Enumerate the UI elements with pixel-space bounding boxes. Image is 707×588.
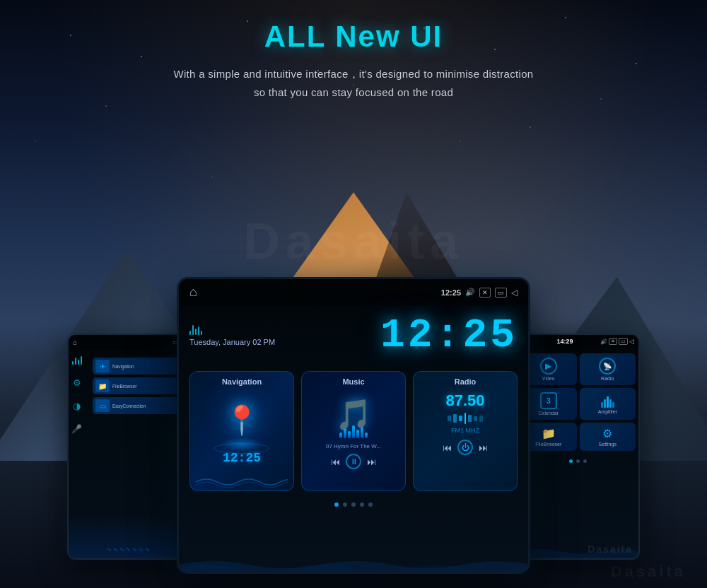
brightness-icon[interactable]: ◑ [73,401,81,411]
easyconnect-label: EasyConnection [112,404,146,408]
window-icon[interactable]: ▭ [495,288,507,298]
music-tile-header: Music [302,372,405,389]
music-controls: ⏮ ⏸ ⏭ [331,454,376,469]
filebrowser-label: FileBrowser [535,442,561,447]
radio-frequency: 87.50 [445,392,484,410]
radio-controls: ⏮ ⏻ ⏭ [443,440,488,455]
center-time-display: 12:25 [441,288,461,297]
dot-1[interactable] [334,502,339,507]
amplifier-grid-item[interactable]: Amplifier [580,388,636,420]
center-status-bar: ⌂ 12:25 🔊 ✕ ▭ ◁ [179,279,528,305]
dot-5[interactable] [368,502,373,507]
dot-3[interactable] [351,502,356,507]
radio-label: Radio [601,376,614,381]
left-status-bar: ⌂ ▭ ✦ [69,335,189,350]
radio-tile-content: 87.50 FM1 MHZ [414,389,517,461]
prev-button[interactable]: ⏮ [331,457,340,467]
page-title: ALL New UI [0,20,707,54]
filebrowser-menu-item[interactable]: 📁 FileBrowser [93,377,187,394]
device-right: 📡 14:29 🔊 ✕ ▭ ◁ ▶ Video [516,334,640,560]
easyconnect-icon-box: ▭ [95,399,110,412]
music-tile[interactable]: Music 🎵 [301,371,406,491]
back-icon[interactable]: ◁ [511,288,518,298]
nav-tile-header: Navigation [190,372,293,389]
video-label: Video [542,376,555,381]
right-app-grid: ▶ Video 📡 Radio 3 Calendar [518,351,638,454]
settings-grid-item[interactable]: ⚙ Settings [580,423,636,451]
datetime-bar: Tuesday, January 02 PM 12:25 [179,305,528,365]
next-button[interactable]: ⏭ [367,457,376,467]
nav-tile-content: 📍 12:25 [190,389,293,471]
navigation-tile[interactable]: Navigation 📍 12:25 [189,371,294,491]
right-screen: 📡 14:29 🔊 ✕ ▭ ◁ ▶ Video [518,335,638,558]
devices-container: ⌂ ▭ ✦ ⚙ [35,235,672,574]
mic-icon[interactable]: 🎤 [71,424,82,434]
device-center: ⌂ 12:25 🔊 ✕ ▭ ◁ [177,277,530,574]
amplifier-label: Amplifier [598,409,617,414]
center-status-icons: 12:25 🔊 ✕ ▭ ◁ [441,288,518,298]
nav-label: Navigation [112,364,134,369]
right-dot-1[interactable] [569,459,573,463]
radio-prev[interactable]: ⏮ [443,442,452,453]
right-status-bar: 📡 14:29 🔊 ✕ ▭ ◁ [518,335,638,348]
close-icon[interactable]: ✕ [479,288,491,298]
filebrowser-label: FileBrowser [112,384,136,389]
dot-2[interactable] [343,502,347,507]
radio-power[interactable]: ⏻ [457,440,473,455]
radio-grid-item[interactable]: 📡 Radio [580,353,636,385]
volume-icon[interactable]: 🔊 [465,288,475,297]
radio-tile-header: Radio [414,372,517,389]
device-left: ⌂ ▭ ✦ ⚙ [67,334,191,560]
dot-4[interactable] [360,502,364,507]
center-screen: ⌂ 12:25 🔊 ✕ ▭ ◁ [179,279,528,572]
music-tile-content: 🎵 0 [302,389,405,475]
date-display: Tuesday, January 02 PM [189,338,275,346]
radio-tile[interactable]: Radio 87.50 [413,371,518,491]
settings-label: Settings [599,442,617,447]
equalizer-icon [72,356,82,365]
app-tiles: Navigation 📍 12:25 [179,365,528,497]
right-dot-2[interactable] [576,459,580,463]
radio-unit: FM1 MHZ [451,427,479,434]
header-section: ALL New UI With a simple and intuitive i… [0,20,707,101]
nav-menu-item[interactable]: ✈ Navigation [93,358,187,375]
right-time: 14:29 [556,338,573,345]
radio-next[interactable]: ⏭ [479,442,488,453]
play-pause-button[interactable]: ⏸ [346,454,361,469]
page-indicators [179,502,528,507]
left-screen: ⌂ ▭ ✦ ⚙ [69,335,189,558]
settings-icon-left[interactable]: ⚙ [73,377,81,388]
center-home-icon[interactable]: ⌂ [189,285,197,300]
easyconnect-menu-item[interactable]: ▭ EasyConnection [93,397,187,414]
left-side-icons: ⚙ ◑ 🎤 [71,356,82,434]
track-name: 07 Hymn For The W... [326,443,381,449]
page-subtitle: With a simple and intuitive interface，it… [0,65,707,101]
calendar-label: Calendar [539,411,559,416]
filebrowser-icon-box: 📁 [95,380,110,392]
left-menu-list: ✈ Navigation 📁 FileBrowser ▭ [90,355,189,417]
page-wrapper: Dasaita ALL New UI With a simple and int… [0,0,707,588]
nav-icon-box: ✈ [95,360,110,372]
right-dot-3[interactable] [583,459,587,463]
center-clock: 12:25 [380,312,518,358]
